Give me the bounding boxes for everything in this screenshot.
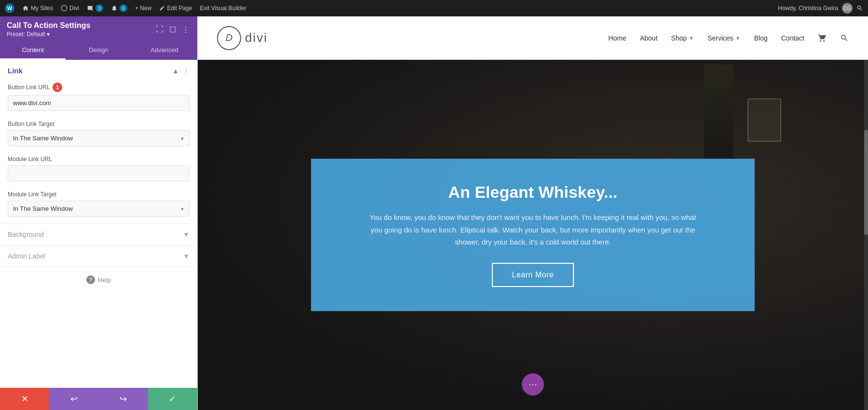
button-link-target-wrapper: In The Same Window In The New Tab ▼ xyxy=(8,130,190,146)
help-button[interactable]: ? Help xyxy=(86,275,111,284)
notif-badge: 0 xyxy=(120,4,127,12)
hero-section: An Elegant Whiskey... You do know, you d… xyxy=(198,60,868,410)
floating-dots-button[interactable]: ⋯ xyxy=(522,373,544,396)
comments-icon xyxy=(87,5,94,12)
my-sites-label: My Sites xyxy=(31,5,53,12)
tab-content[interactable]: Content xyxy=(0,41,66,60)
module-link-url-label: Module Link URL xyxy=(8,156,190,163)
badge-number-1: 1 xyxy=(53,82,62,92)
nav-contact[interactable]: Contact xyxy=(781,34,804,42)
undo-button[interactable]: ↩ xyxy=(49,388,98,410)
action-bar: ✕ ↩ ↪ ✓ xyxy=(0,388,197,410)
module-link-url-group: Module Link URL xyxy=(0,153,197,188)
section-collapse-icon[interactable]: ▲ xyxy=(172,67,179,75)
module-link-target-select[interactable]: In The Same Window In The New Tab xyxy=(8,201,190,217)
section-icons: ▲ ⋮ xyxy=(172,67,190,75)
tab-advanced[interactable]: Advanced xyxy=(132,41,197,60)
module-link-target-label: Module Link Target xyxy=(8,191,190,198)
howdy-text: Howdy, Christina Gwira xyxy=(778,5,838,12)
button-link-url-group: Button Link URL 1 xyxy=(0,80,197,118)
cta-learn-more-button[interactable]: Learn More xyxy=(492,263,574,287)
shop-chevron-icon: ▼ xyxy=(689,35,694,41)
home-icon xyxy=(22,5,29,12)
wp-logo-item[interactable]: W xyxy=(5,3,14,13)
cancel-button[interactable]: ✕ xyxy=(0,388,49,410)
site-navbar: D divi Home About Shop ▼ Services ▼ Blog… xyxy=(198,16,868,60)
sidebar-preset[interactable]: Preset: Default ▾ xyxy=(7,31,90,38)
sidebar-header-text: Call To Action Settings Preset: Default … xyxy=(7,21,90,38)
admin-label-section-title: Admin Label xyxy=(8,252,45,260)
services-chevron-icon: ▼ xyxy=(735,35,741,41)
redo-button[interactable]: ↪ xyxy=(99,388,148,410)
background-chevron-icon: ▼ xyxy=(183,231,190,238)
nav-cart[interactable] xyxy=(818,34,827,42)
button-link-target-select[interactable]: In The Same Window In The New Tab xyxy=(8,130,190,146)
expand-icon[interactable]: ☐ xyxy=(168,24,177,35)
sidebar-header: Call To Action Settings Preset: Default … xyxy=(0,16,197,41)
nav-search[interactable] xyxy=(840,34,849,42)
divi-label: Divi xyxy=(69,5,79,12)
preview-area: D divi Home About Shop ▼ Services ▼ Blog… xyxy=(198,16,868,410)
save-button[interactable]: ✓ xyxy=(148,388,197,410)
section-more-icon[interactable]: ⋮ xyxy=(183,67,190,75)
nav-shop[interactable]: Shop ▼ xyxy=(671,34,694,42)
main-layout: Call To Action Settings Preset: Default … xyxy=(0,16,868,410)
button-link-target-label: Button Link Target xyxy=(8,121,190,127)
comments-item[interactable]: 3 xyxy=(87,4,103,12)
svg-point-0 xyxy=(61,5,67,11)
help-icon: ? xyxy=(86,275,95,284)
nav-blog[interactable]: Blog xyxy=(754,34,768,42)
edit-page-item[interactable]: Edit Page xyxy=(159,5,192,12)
new-item[interactable]: + New xyxy=(135,5,151,12)
nav-home[interactable]: Home xyxy=(609,34,626,42)
help-section: ? Help xyxy=(0,267,197,292)
nav-search-icon xyxy=(840,34,849,42)
nav-services[interactable]: Services ▼ xyxy=(707,34,741,42)
link-section-title: Link xyxy=(8,67,23,75)
background-section[interactable]: Background ▼ xyxy=(0,223,197,245)
my-sites-item[interactable]: My Sites xyxy=(22,5,53,12)
scroll-thumb xyxy=(864,130,868,235)
exit-builder-item[interactable]: Exit Visual Builder xyxy=(200,5,246,12)
cta-description: You do know, you do know that they don't… xyxy=(364,211,702,248)
avatar[interactable]: CG xyxy=(842,3,853,14)
background-section-title: Background xyxy=(8,231,44,238)
notifications-item[interactable]: 0 xyxy=(111,4,127,12)
button-link-target-group: Button Link Target In The Same Window In… xyxy=(0,118,197,153)
module-link-url-input[interactable] xyxy=(8,165,190,181)
admin-label-section[interactable]: Admin Label ▼ xyxy=(0,245,197,267)
more-icon[interactable]: ⋮ xyxy=(181,24,190,35)
comments-badge: 3 xyxy=(95,4,103,12)
tabs-bar: Content Design Advanced xyxy=(0,41,197,60)
site-nav: Home About Shop ▼ Services ▼ Blog Contac… xyxy=(609,34,849,42)
site-logo: D divi xyxy=(217,26,268,50)
cta-box: An Elegant Whiskey... You do know, you d… xyxy=(311,159,755,311)
divi-item[interactable]: Divi xyxy=(61,5,79,12)
sidebar-content: Link ▲ ⋮ Button Link URL 1 Button Link T… xyxy=(0,60,197,388)
sidebar-panel: Call To Action Settings Preset: Default … xyxy=(0,16,198,410)
logo-text: divi xyxy=(245,30,268,45)
new-label: + New xyxy=(135,5,151,12)
exit-builder-label: Exit Visual Builder xyxy=(200,5,246,12)
tab-design[interactable]: Design xyxy=(66,41,131,60)
search-icon[interactable] xyxy=(856,5,863,12)
cart-icon xyxy=(818,34,827,42)
scroll-indicator[interactable] xyxy=(864,60,868,410)
nav-about[interactable]: About xyxy=(640,34,658,42)
wordpress-icon: W xyxy=(5,3,14,13)
notifications-icon xyxy=(111,5,118,12)
module-link-target-wrapper: In The Same Window In The New Tab ▼ xyxy=(8,201,190,217)
bottle-decor xyxy=(704,65,733,161)
dots-icon: ⋯ xyxy=(529,379,538,390)
admin-label-chevron-icon: ▼ xyxy=(183,252,190,260)
sidebar-title: Call To Action Settings xyxy=(7,21,90,30)
divi-icon xyxy=(61,5,68,12)
wp-admin-bar: W My Sites Divi 3 0 + New Edit Page Exit… xyxy=(0,0,868,16)
button-link-url-input[interactable] xyxy=(8,95,190,111)
module-link-target-group: Module Link Target In The Same Window In… xyxy=(0,188,197,223)
minimize-icon[interactable]: ⛶ xyxy=(155,24,164,35)
logo-circle: D xyxy=(217,26,241,50)
link-section-header: Link ▲ ⋮ xyxy=(0,60,197,80)
sidebar-header-icons: ⛶ ☐ ⋮ xyxy=(155,24,190,35)
admin-bar-right: Howdy, Christina Gwira CG xyxy=(778,3,863,14)
